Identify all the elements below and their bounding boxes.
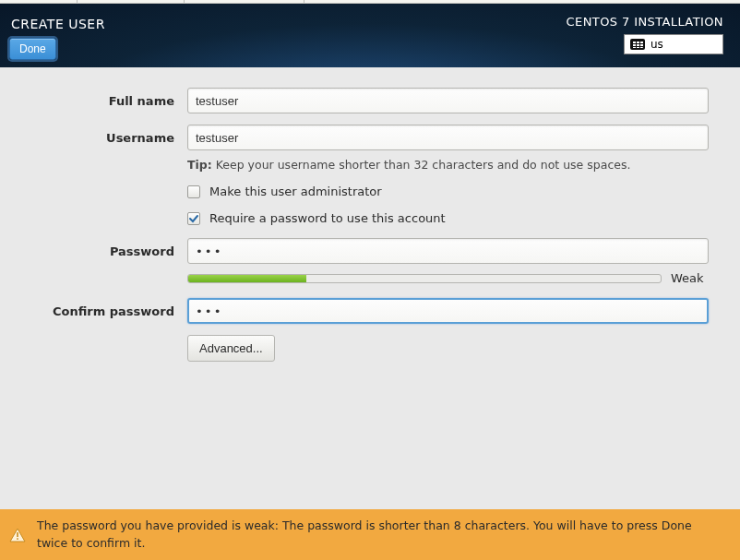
- password-label: Password: [19, 244, 187, 258]
- installation-label: CENTOS 7 INSTALLATION: [567, 15, 723, 29]
- username-label: Username: [19, 131, 187, 145]
- tip-text: Keep your username shorter than 32 chara…: [216, 158, 631, 172]
- username-tip: Tip: Keep your username shorter than 32 …: [187, 158, 721, 172]
- username-input[interactable]: [187, 125, 709, 150]
- warning-text: The password you have provided is weak: …: [37, 518, 723, 551]
- require-password-label: Require a password to use this account: [209, 211, 446, 225]
- password-strength-fill: [188, 275, 306, 282]
- password-strength-meter: [187, 274, 662, 283]
- password-strength-label: Weak: [671, 271, 704, 285]
- warning-icon: [9, 528, 26, 542]
- require-password-checkbox[interactable]: [187, 212, 200, 225]
- svg-rect-0: [17, 532, 18, 537]
- keyboard-layout-label: us: [650, 38, 663, 51]
- svg-rect-1: [17, 538, 18, 540]
- keyboard-layout-selector[interactable]: us: [624, 34, 723, 54]
- fullname-label: Full name: [19, 94, 187, 108]
- advanced-button[interactable]: Advanced...: [187, 335, 275, 362]
- keyboard-icon: [630, 39, 645, 50]
- warning-bar: The password you have provided is weak: …: [0, 509, 740, 560]
- header-bar: CREATE USER Done CENTOS 7 INSTALLATION u…: [0, 4, 740, 67]
- admin-checkbox-label: Make this user administrator: [209, 185, 382, 198]
- check-icon: [188, 213, 199, 224]
- done-button[interactable]: Done: [9, 38, 56, 60]
- tip-prefix: Tip:: [187, 158, 212, 172]
- form-area: Full name Username Tip: Keep your userna…: [0, 67, 740, 509]
- admin-checkbox[interactable]: [187, 185, 200, 198]
- fullname-input[interactable]: [187, 88, 709, 113]
- password-input[interactable]: [187, 238, 709, 264]
- confirm-password-label: Confirm password: [19, 304, 187, 318]
- confirm-password-input[interactable]: [187, 298, 709, 324]
